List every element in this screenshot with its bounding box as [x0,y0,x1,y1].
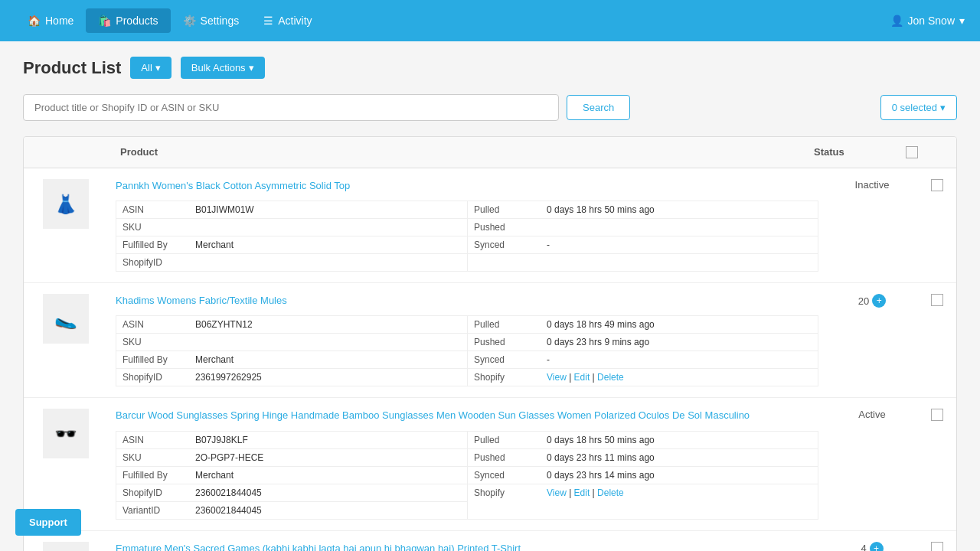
link-separator: | [567,487,574,498]
product-status-cell: Inactive [826,168,918,201]
shopify-link-edit[interactable]: Edit [574,372,590,383]
home-icon: 🏠 [28,15,41,27]
shopify-link-delete[interactable]: Delete [597,487,624,498]
product-name[interactable]: Emmature Men's Sacred Games (kabhi kabhi… [116,542,818,551]
nav-activity[interactable]: ☰ Activity [251,8,324,33]
table-row: 👗Pannkh Women's Black Cotton Asymmetric … [24,168,956,283]
status-badge: Active [858,409,885,420]
products-icon: 🛍️ [98,15,111,27]
detail-row: Pulled0 days 18 hrs 50 mins ago [468,201,818,219]
table-header: Product Status [24,137,956,168]
nav-products[interactable]: 🛍️ Products [86,8,170,33]
shopify-link-view[interactable]: View [547,372,567,383]
detail-label: Synced [468,236,541,253]
detail-label: Fulfilled By [116,467,189,484]
detail-label: SKU [116,219,189,236]
product-name[interactable]: Khadims Womens Fabric/Textile Mules [116,294,818,308]
detail-row: Fulfilled ByMerchant [116,351,467,369]
product-name[interactable]: Pannkh Women's Black Cotton Asymmetric S… [116,179,818,193]
detail-label: ShopifyID [116,369,189,386]
detail-label: SKU [116,449,189,466]
detail-value: B06ZYHTN12 [189,316,259,333]
all-filter-button[interactable]: All ▾ [130,57,171,79]
product-icon: 🕶️ [43,409,89,458]
detail-value: Merchant [189,467,240,484]
status-plus-button[interactable]: + [872,294,886,308]
detail-value: 2360021844045 [189,484,268,501]
main-content: Product List All ▾ Bulk Actions ▾ Search… [0,41,980,551]
selected-dropdown-icon: ▾ [940,102,946,113]
search-input[interactable] [23,94,559,121]
detail-row: Synced0 days 23 hrs 14 mins ago [468,467,818,484]
nav-home[interactable]: 🏠 Home [15,8,86,33]
detail-row: Pushed0 days 23 hrs 9 mins ago [468,334,818,351]
detail-label: Pulled [468,432,541,448]
product-status-cell: 20+ [826,283,918,318]
row-checkbox[interactable] [931,542,943,551]
header-check-col [906,146,944,158]
details-right-col: Pulled0 days 18 hrs 50 mins agoPushed0 d… [467,431,818,520]
gear-icon: ⚙️ [183,15,196,27]
detail-row: ShopifyID2360021844045 [116,484,467,502]
status-number: 4+ [832,542,912,551]
support-button[interactable]: Support [15,509,81,536]
detail-row: ASINB06ZYHTN12 [116,316,467,334]
link-separator: | [590,487,597,498]
detail-label: Pushed [468,334,541,350]
shopify-link-edit[interactable]: Edit [574,487,590,498]
detail-label [468,254,541,260]
detail-value: 0 days 23 hrs 11 mins ago [541,449,661,466]
detail-row: SKU [116,334,467,351]
detail-row: ASINB01JIWM01W [116,201,467,219]
shopify-link-delete[interactable]: Delete [597,372,624,383]
link-separator: | [590,372,597,383]
detail-value [189,219,201,236]
page-header: Product List All ▾ Bulk Actions ▾ [23,57,957,79]
detail-value: 0 days 23 hrs 14 mins ago [541,467,661,484]
detail-row: Fulfilled ByMerchant [116,236,467,254]
detail-value: 0 days 18 hrs 50 mins ago [541,201,661,218]
row-checkbox[interactable] [931,409,943,421]
product-name[interactable]: Barcur Wood Sunglasses Spring Hinge Hand… [116,409,818,422]
search-button[interactable]: Search [567,95,630,120]
detail-label: ASIN [116,432,189,448]
status-number: 20+ [832,294,912,308]
product-details-cell: Pannkh Women's Black Cotton Asymmetric S… [108,168,826,282]
detail-label: VariantID [116,502,189,519]
status-badge: Inactive [855,179,890,191]
bulk-dropdown-icon: ▾ [249,62,254,73]
nav-settings[interactable]: ⚙️ Settings [171,8,252,33]
user-menu[interactable]: 👤 Jon Snow ▾ [890,15,965,27]
detail-row: ShopifyView | Edit | Delete [468,369,818,386]
detail-row [468,254,818,260]
detail-value [189,334,201,350]
status-plus-button[interactable]: + [870,542,884,551]
detail-row: ASINB07J9J8KLF [116,432,467,449]
user-dropdown-icon: ▾ [959,15,965,27]
details-grid: ASINB06ZYHTN12SKUFulfilled ByMerchantSho… [116,315,818,386]
detail-label: Pushed [468,449,541,466]
detail-label: Shopify [468,484,541,501]
detail-label: ASIN [116,201,189,218]
detail-value: 2O-PGP7-HECE [189,449,270,466]
row-checkbox-cell [918,168,956,202]
product-image-cell: 🥿 [24,283,108,354]
row-checkbox[interactable] [931,294,943,306]
row-checkbox[interactable] [931,179,943,191]
detail-value: 0 days 18 hrs 49 mins ago [541,316,661,333]
nav-settings-label: Settings [201,15,240,27]
detail-row: ShopifyView | Edit | Delete [468,484,818,501]
nav-home-label: Home [45,15,74,27]
selected-button[interactable]: 0 selected ▾ [880,95,957,120]
bulk-actions-button[interactable]: Bulk Actions ▾ [181,57,265,79]
product-status-cell: 4+ [826,531,918,551]
select-all-checkbox[interactable] [906,146,918,158]
detail-label: ShopifyID [116,484,189,501]
status-count: 20 [858,295,869,307]
product-icon: 🥿 [43,294,89,344]
row-checkbox-cell [918,531,956,551]
activity-icon: ☰ [263,15,273,27]
product-status-cell: Active [826,398,918,431]
table-body: 👗Pannkh Women's Black Cotton Asymmetric … [24,168,956,551]
shopify-link-view[interactable]: View [547,487,567,498]
